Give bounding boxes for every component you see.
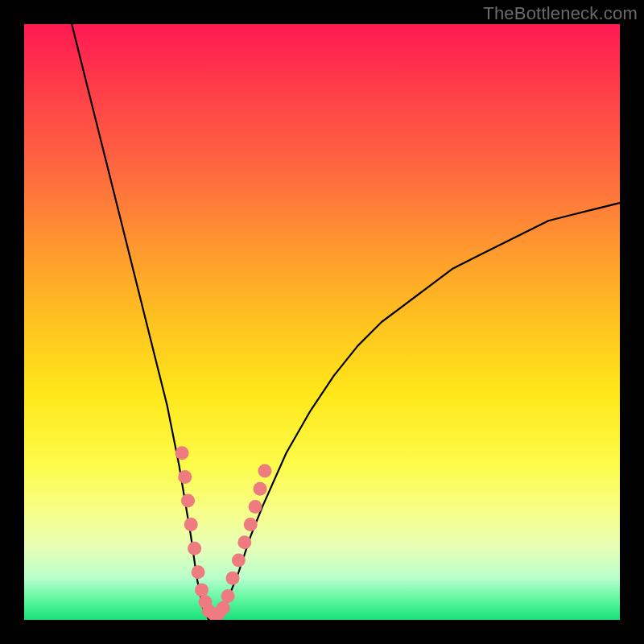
highlight-dot <box>258 464 271 478</box>
bottleneck-curve <box>72 24 620 620</box>
highlight-dot <box>221 589 235 603</box>
highlight-dot <box>254 482 267 496</box>
outer-frame: TheBottleneck.com <box>0 0 644 644</box>
highlight-dot <box>217 601 230 615</box>
chart-svg <box>24 24 620 620</box>
highlight-dot <box>232 554 246 568</box>
watermark-text: TheBottleneck.com <box>483 3 638 24</box>
highlight-dot <box>178 470 192 484</box>
highlight-dot <box>226 572 240 585</box>
highlight-dot <box>175 446 189 460</box>
highlight-dot <box>188 542 201 555</box>
highlight-dot <box>184 518 198 531</box>
highlight-dot <box>192 565 205 579</box>
highlight-dot <box>195 584 208 597</box>
chart-plot-area <box>24 24 620 620</box>
highlight-dot <box>237 535 251 549</box>
highlight-dot <box>249 500 262 514</box>
highlight-dot <box>244 518 258 531</box>
highlight-dot <box>181 494 195 508</box>
